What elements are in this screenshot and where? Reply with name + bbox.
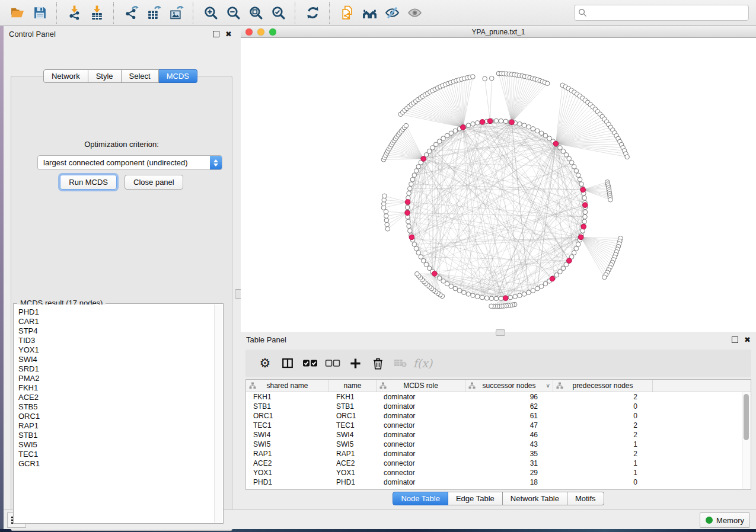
- network-graph[interactable]: [241, 38, 756, 332]
- export-image-button[interactable]: [167, 4, 186, 23]
- search-input[interactable]: [590, 8, 745, 18]
- cell-successor-nodes[interactable]: 46: [465, 431, 553, 439]
- optimization-criterion-dropdown[interactable]: largest connected component (undirected): [37, 155, 222, 170]
- mcds-node[interactable]: [480, 120, 485, 125]
- cell-predecessor-nodes[interactable]: 1: [553, 469, 653, 477]
- column-header-successor-nodes[interactable]: successor nodes˅: [465, 380, 553, 392]
- close-panel-button[interactable]: Close panel: [125, 175, 183, 190]
- cell-name[interactable]: YOX1: [329, 469, 377, 477]
- cell-name[interactable]: ACE2: [329, 459, 377, 467]
- mcds-result-item[interactable]: SRD1: [18, 364, 215, 374]
- cell-shared-name[interactable]: TEC1: [246, 421, 329, 430]
- cell-predecessor-nodes[interactable]: 1: [553, 459, 653, 467]
- mcds-node[interactable]: [550, 276, 555, 281]
- cell-successor-nodes[interactable]: 29: [465, 469, 553, 477]
- mcds-node[interactable]: [578, 235, 583, 240]
- mcds-result-item[interactable]: RAP1: [18, 421, 215, 431]
- column-header-predecessor-nodes[interactable]: predecessor nodes: [553, 380, 653, 392]
- cell-MCDS-role[interactable]: dominator: [377, 402, 465, 411]
- open-session-button[interactable]: [8, 4, 27, 23]
- cell-successor-nodes[interactable]: 18: [465, 478, 553, 486]
- cell-successor-nodes[interactable]: 47: [465, 421, 553, 430]
- cell-predecessor-nodes[interactable]: 2: [553, 431, 653, 439]
- zoom-out-button[interactable]: [224, 4, 243, 23]
- cell-name[interactable]: STB1: [329, 402, 377, 411]
- table-row[interactable]: ORC1ORC1dominator610: [246, 411, 742, 421]
- mcds-result-item[interactable]: PHD1: [18, 307, 215, 317]
- delete-columns-button[interactable]: [366, 353, 389, 373]
- tab-style[interactable]: Style: [88, 69, 122, 83]
- mcds-node[interactable]: [503, 296, 508, 301]
- cell-predecessor-nodes[interactable]: 2: [553, 393, 653, 401]
- save-session-button[interactable]: [30, 4, 49, 23]
- mcds-result-item[interactable]: YOX1: [18, 345, 215, 355]
- table-scrollbar-thumb[interactable]: [744, 394, 749, 440]
- close-table-panel-icon[interactable]: ✖: [744, 336, 751, 344]
- cell-shared-name[interactable]: ACE2: [246, 459, 329, 467]
- cell-shared-name[interactable]: SWI4: [246, 431, 329, 439]
- cell-shared-name[interactable]: SWI5: [246, 440, 329, 448]
- table-row[interactable]: SWI4SWI4dominator462: [246, 430, 742, 440]
- tab-network[interactable]: Network: [43, 69, 88, 83]
- cell-shared-name[interactable]: YOX1: [246, 469, 329, 477]
- mcds-node[interactable]: [553, 141, 559, 146]
- mcds-node[interactable]: [580, 187, 586, 193]
- cell-shared-name[interactable]: STB1: [246, 402, 329, 411]
- export-table-button[interactable]: [144, 4, 163, 23]
- mcds-node[interactable]: [567, 258, 572, 264]
- mcds-result-item[interactable]: TID3: [18, 336, 215, 345]
- cell-shared-name[interactable]: ORC1: [246, 412, 329, 420]
- cell-name[interactable]: PHD1: [329, 478, 377, 486]
- mcds-node[interactable]: [461, 125, 466, 130]
- cell-successor-nodes[interactable]: 31: [465, 459, 553, 467]
- show-all-button[interactable]: [405, 4, 424, 23]
- table-scrollbar[interactable]: [742, 392, 751, 489]
- close-panel-icon[interactable]: ✖: [225, 30, 232, 38]
- mcds-result-item[interactable]: SWI4: [18, 355, 215, 364]
- cell-name[interactable]: RAP1: [329, 450, 377, 458]
- table-row[interactable]: TEC1TEC1connector472: [246, 421, 742, 430]
- cell-predecessor-nodes[interactable]: 0: [553, 412, 653, 420]
- mcds-node[interactable]: [405, 210, 410, 216]
- table-row[interactable]: YOX1YOX1connector291: [246, 468, 742, 477]
- mcds-result-item[interactable]: FKH1: [18, 383, 215, 393]
- table-mode-button[interactable]: [276, 353, 299, 373]
- mcds-node[interactable]: [421, 156, 426, 162]
- table-row[interactable]: SWI5SWI5connector431: [246, 440, 742, 449]
- new-network-from-selection-button[interactable]: [337, 4, 356, 23]
- cell-name[interactable]: ORC1: [329, 412, 377, 420]
- mcds-node[interactable]: [432, 271, 438, 277]
- cell-MCDS-role[interactable]: connector: [377, 421, 465, 430]
- zoom-fit-content-button[interactable]: [246, 4, 265, 23]
- import-table-from-file-button[interactable]: [87, 4, 106, 23]
- table-row[interactable]: STB1STB1dominator620: [246, 402, 742, 411]
- mcds-result-item[interactable]: TEC1: [18, 450, 215, 459]
- table-row[interactable]: RAP1RAP1dominator352: [246, 449, 742, 459]
- mcds-result-item[interactable]: GCR1: [18, 459, 215, 469]
- deselect-all-rows-button[interactable]: [321, 353, 344, 373]
- cell-successor-nodes[interactable]: 62: [465, 402, 553, 411]
- table-settings-button[interactable]: ⚙: [254, 353, 276, 373]
- select-all-rows-button[interactable]: [299, 353, 321, 373]
- cell-predecessor-nodes[interactable]: 2: [553, 421, 653, 430]
- zoom-selected-region-button[interactable]: [269, 4, 288, 23]
- table-row[interactable]: FKH1FKH1dominator962: [246, 392, 742, 402]
- cell-predecessor-nodes[interactable]: 2: [553, 450, 653, 458]
- cell-name[interactable]: SWI4: [329, 431, 377, 439]
- float-panel-icon[interactable]: [213, 31, 219, 37]
- mcds-result-item[interactable]: STP4: [18, 326, 215, 336]
- cell-MCDS-role[interactable]: connector: [377, 459, 465, 467]
- mcds-result-item[interactable]: STB1: [18, 431, 215, 440]
- cell-MCDS-role[interactable]: dominator: [377, 450, 465, 458]
- mcds-result-item[interactable]: STB5: [18, 402, 215, 412]
- mcds-node[interactable]: [405, 200, 410, 205]
- cell-name[interactable]: FKH1: [329, 393, 377, 401]
- cell-successor-nodes[interactable]: 43: [465, 440, 553, 448]
- tab-motifs[interactable]: Motifs: [567, 492, 604, 505]
- mcds-result-item[interactable]: SWI5: [18, 440, 215, 450]
- tab-node-table[interactable]: Node Table: [393, 492, 448, 505]
- mcds-result-item[interactable]: CAR1: [18, 317, 215, 326]
- tab-select[interactable]: Select: [122, 69, 159, 83]
- mcds-result-item[interactable]: PMA2: [18, 374, 215, 383]
- export-network-button[interactable]: [122, 4, 141, 23]
